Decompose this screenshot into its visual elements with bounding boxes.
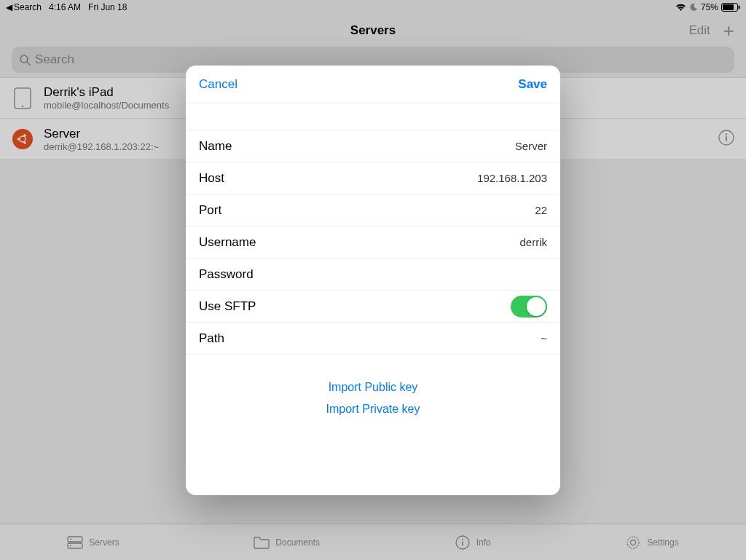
modal-header: Cancel Save (186, 66, 560, 103)
toggle-knob (527, 297, 546, 316)
field-label: Username (199, 235, 256, 250)
field-label: Path (199, 331, 224, 346)
name-field[interactable]: Name Server (186, 130, 560, 162)
field-value: 192.168.1.203 (477, 172, 547, 184)
path-field[interactable]: Path ~ (186, 323, 560, 355)
field-label: Password (199, 267, 254, 282)
field-value: 22 (535, 204, 547, 216)
field-label: Host (199, 171, 224, 186)
import-private-key-button[interactable]: Import Private key (326, 403, 420, 416)
field-value: derrik (519, 236, 547, 248)
sftp-field: Use SFTP (186, 291, 560, 323)
sftp-toggle[interactable] (511, 296, 547, 318)
field-label: Name (199, 139, 232, 154)
field-value: ~ (541, 332, 547, 344)
password-field[interactable]: Password (186, 259, 560, 291)
field-label: Use SFTP (199, 299, 256, 314)
field-value: Server (515, 140, 547, 152)
cancel-button[interactable]: Cancel (199, 77, 237, 92)
save-button[interactable]: Save (518, 77, 547, 92)
field-label: Port (199, 203, 221, 218)
host-field[interactable]: Host 192.168.1.203 (186, 162, 560, 194)
server-edit-modal: Cancel Save Name Server Host 192.168.1.2… (186, 66, 560, 495)
import-public-key-button[interactable]: Import Public key (329, 381, 418, 394)
username-field[interactable]: Username derrik (186, 226, 560, 259)
port-field[interactable]: Port 22 (186, 194, 560, 226)
